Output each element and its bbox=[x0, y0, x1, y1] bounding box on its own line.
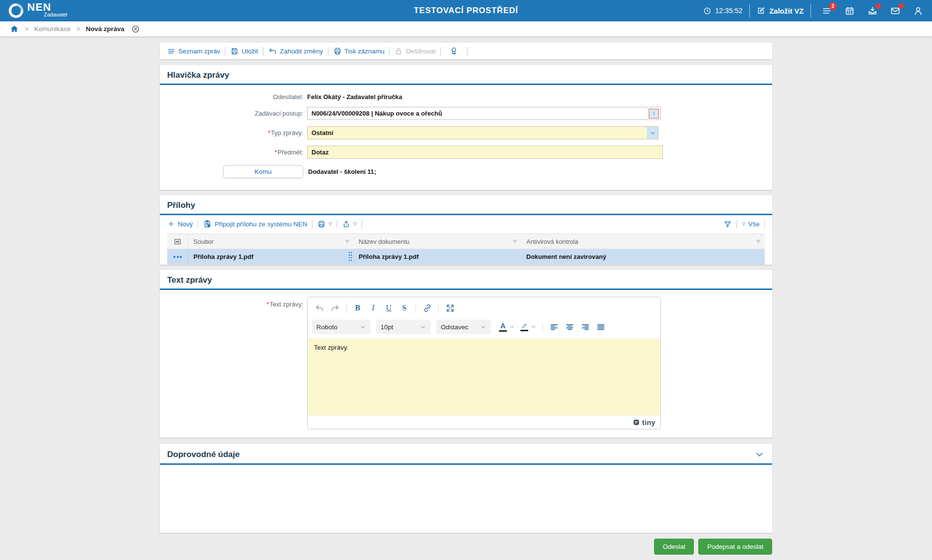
column-settings-button[interactable] bbox=[167, 234, 189, 249]
font-family-select[interactable]: Roboto bbox=[312, 320, 370, 334]
print-record-button[interactable]: Tisk záznamu bbox=[333, 47, 385, 55]
align-left-button[interactable] bbox=[547, 320, 561, 334]
profile-button[interactable] bbox=[913, 6, 923, 16]
column-header-antivirus[interactable]: Antivirová kontrola ▽ bbox=[521, 234, 765, 249]
column-filter-icon[interactable]: ▽ bbox=[757, 239, 760, 244]
message-type-select[interactable]: Ostatní bbox=[307, 126, 658, 139]
document-name: Příloha zprávy 1.pdf bbox=[359, 253, 419, 260]
new-attachment-button[interactable]: Nový bbox=[167, 220, 193, 228]
editor-content-area[interactable]: Text zprávy. bbox=[308, 339, 660, 415]
divider bbox=[198, 220, 198, 228]
chevron-down-icon bbox=[360, 324, 366, 330]
message-text-section: Text zprávy *Text zprávy: B I U S bbox=[160, 270, 772, 438]
sign-and-send-button[interactable]: Podepsat a odeslat bbox=[698, 539, 772, 555]
dropdown-triangle-icon: ▽ bbox=[328, 221, 332, 226]
column-header-soubor[interactable]: Soubor ▽ bbox=[189, 234, 354, 249]
home-button[interactable] bbox=[10, 24, 19, 34]
column-filter-icon[interactable]: ▽ bbox=[513, 239, 517, 244]
collapse-section-button[interactable] bbox=[754, 449, 765, 460]
chevron-down-icon bbox=[480, 324, 486, 330]
column-filter-icon[interactable]: ▽ bbox=[345, 239, 349, 244]
filter-button[interactable] bbox=[724, 220, 732, 228]
italic-button[interactable]: I bbox=[366, 301, 380, 315]
align-right-icon bbox=[581, 322, 590, 332]
discard-changes-label: Zahodit změny bbox=[280, 48, 323, 55]
calendar-button[interactable] bbox=[845, 6, 855, 16]
row-actions-button[interactable] bbox=[167, 249, 189, 264]
font-size-select[interactable]: 10pt bbox=[376, 320, 431, 334]
inbox-button[interactable] bbox=[867, 6, 878, 16]
align-center-button[interactable] bbox=[562, 320, 577, 334]
table-row[interactable]: Příloha zprávy 1.pdf Příloha zprávy 1.pd… bbox=[167, 249, 765, 264]
inbox-notification-dot bbox=[876, 3, 881, 9]
close-circle-icon bbox=[131, 25, 140, 34]
record-toolbar: Seznam zpráv Uložit Zahodit změny Tisk z… bbox=[160, 43, 772, 59]
procedure-field[interactable]: N006/24/V00009208 | Nákup ovoce a ořechů bbox=[307, 107, 661, 120]
list-icon bbox=[167, 47, 175, 55]
divider bbox=[389, 47, 390, 55]
chevron-down-icon bbox=[509, 324, 515, 330]
show-all-button[interactable]: ▽ Vše bbox=[742, 221, 759, 228]
underline-button[interactable]: U bbox=[381, 301, 396, 315]
printer-icon bbox=[317, 220, 326, 228]
funnel-icon bbox=[724, 220, 732, 228]
edit-icon bbox=[757, 6, 765, 15]
strikethrough-button[interactable]: S bbox=[397, 301, 412, 315]
breadcrumb-separator: > bbox=[25, 25, 29, 33]
procedure-lookup-button[interactable] bbox=[649, 109, 659, 119]
highlight-color-button[interactable] bbox=[518, 320, 536, 334]
align-justify-button[interactable] bbox=[593, 320, 608, 334]
chevron-down-icon bbox=[420, 324, 426, 330]
font-family-value: Roboto bbox=[316, 323, 338, 331]
subject-input[interactable]: Dotaz bbox=[307, 146, 663, 159]
undo-icon bbox=[315, 304, 324, 313]
align-right-button[interactable] bbox=[578, 320, 592, 334]
block-format-select[interactable]: Odstavec bbox=[436, 320, 491, 334]
save-label: Uložit bbox=[242, 48, 258, 55]
recipients-button[interactable]: Komu bbox=[223, 165, 303, 178]
decrypt-label: Dešifrovat bbox=[406, 48, 435, 55]
undo-button[interactable] bbox=[312, 301, 327, 315]
tiny-brand-label: tiny bbox=[642, 418, 656, 426]
tiny-brand-link[interactable]: tiny bbox=[633, 418, 656, 426]
messages-button[interactable] bbox=[890, 6, 900, 16]
fullscreen-icon bbox=[446, 304, 455, 313]
align-center-icon bbox=[565, 322, 574, 332]
divider bbox=[346, 303, 346, 313]
menu-button[interactable]: 2 bbox=[822, 6, 832, 16]
print-attachments-button[interactable]: ▽ bbox=[317, 220, 332, 228]
divider bbox=[225, 47, 225, 55]
procedure-label: Zadávací postup: bbox=[167, 110, 303, 117]
seal-icon bbox=[449, 47, 458, 55]
link-button[interactable] bbox=[420, 301, 434, 315]
message-list-button[interactable]: Seznam zpráv bbox=[167, 47, 220, 55]
divider bbox=[764, 220, 765, 228]
attach-from-nen-icon bbox=[203, 220, 212, 228]
redo-button[interactable] bbox=[328, 301, 342, 315]
divider bbox=[749, 4, 750, 17]
fullscreen-button[interactable] bbox=[443, 301, 457, 315]
text-color-button[interactable]: A bbox=[497, 320, 515, 334]
breadcrumb-item-komunikace[interactable]: Komunikace bbox=[35, 25, 70, 33]
breadcrumb-item-current: Nová zpráva bbox=[86, 25, 124, 33]
save-button[interactable]: Uložit bbox=[230, 47, 258, 55]
send-button[interactable]: Odeslat bbox=[654, 539, 694, 555]
export-attachments-button[interactable]: ▽ bbox=[342, 220, 357, 228]
clock-time: 12:35:52 bbox=[715, 7, 742, 15]
discard-changes-button[interactable]: Zahodit změny bbox=[268, 47, 323, 55]
bold-button[interactable]: B bbox=[350, 301, 365, 315]
divider bbox=[328, 47, 328, 55]
redo-icon bbox=[330, 304, 340, 313]
drag-handle-icon[interactable] bbox=[348, 251, 353, 262]
close-tab-button[interactable] bbox=[131, 25, 140, 34]
link-icon bbox=[423, 304, 432, 313]
accompanying-body bbox=[160, 465, 772, 533]
column-header-nazev[interactable]: Název dokumentu ▽ bbox=[354, 234, 521, 249]
chevron-down-icon bbox=[754, 449, 765, 460]
attach-from-nen-button[interactable]: Připojit přílohu ze systému NEN bbox=[203, 220, 308, 228]
decrypt-button[interactable]: Dešifrovat bbox=[395, 47, 435, 55]
type-dropdown-button[interactable] bbox=[647, 127, 658, 139]
create-vz-button[interactable]: Založit VZ bbox=[757, 6, 804, 15]
seal-button[interactable] bbox=[449, 47, 458, 55]
divider bbox=[811, 4, 811, 17]
